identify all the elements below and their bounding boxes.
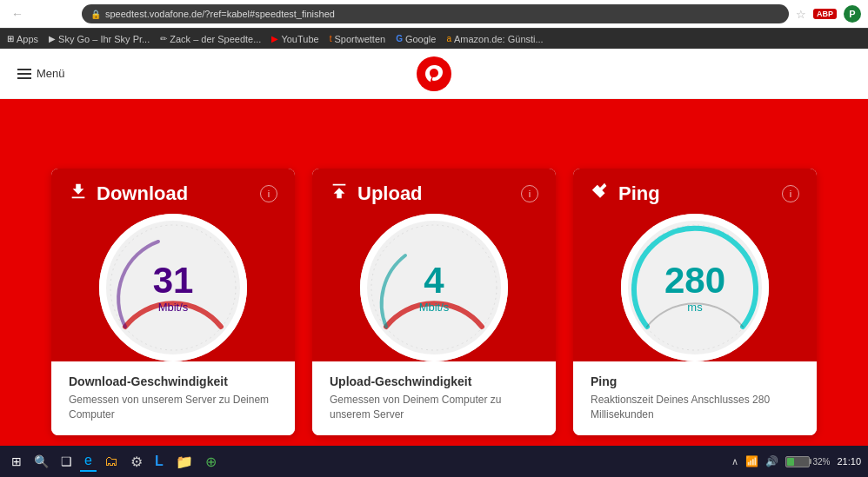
zack-icon: ✏ bbox=[160, 34, 167, 43]
battery-cap bbox=[810, 459, 811, 464]
download-info-button[interactable]: i bbox=[260, 185, 277, 202]
star-icon[interactable]: ☆ bbox=[796, 8, 806, 21]
bookmark-sportwetten[interactable]: t Sportwetten bbox=[330, 34, 385, 44]
download-card: Download i bbox=[51, 169, 295, 435]
sportwetten-icon: t bbox=[330, 34, 332, 43]
upload-label: Upload-Geschwindigkeit bbox=[330, 374, 538, 388]
google-icon: G bbox=[396, 34, 403, 43]
refresh-button[interactable]: ↻ bbox=[56, 5, 75, 23]
edge-taskbar-app[interactable]: e bbox=[80, 451, 97, 472]
taskbar: ⊞ 🔍 ❑ e 🗂 ⚙ L 📁 ⊕ ∧ 📶 🔊 32% 21:10 bbox=[0, 446, 868, 477]
apps-grid-icon: ⊞ bbox=[7, 34, 14, 43]
network-icon: 📶 bbox=[745, 455, 758, 467]
download-unit: Mbit/s bbox=[158, 301, 189, 314]
back-button[interactable]: ← bbox=[7, 5, 28, 23]
ping-card-bottom: Ping Reaktionszeit Deines Anschlusses 28… bbox=[573, 361, 817, 435]
nav-buttons: ← → ↻ bbox=[7, 5, 75, 23]
adblock-badge[interactable]: ABP bbox=[813, 9, 837, 19]
upload-gauge-container: 4 Mbit/s bbox=[312, 205, 556, 361]
upload-card-bottom: Upload-Geschwindigkeit Gemessen von Dein… bbox=[312, 361, 556, 435]
bookmark-google[interactable]: G Google bbox=[396, 34, 436, 44]
ping-unit: ms bbox=[687, 301, 702, 314]
search-button[interactable]: 🔍 bbox=[30, 452, 53, 471]
app-window-taskbar[interactable]: 📁 bbox=[171, 452, 197, 472]
ping-label: Ping bbox=[591, 374, 799, 388]
ping-value: 280 bbox=[664, 262, 725, 299]
hamburger-icon bbox=[17, 69, 31, 79]
address-bar[interactable]: 🔒 speedtest.vodafone.de/?ref=kabel#speed… bbox=[82, 4, 789, 23]
browser-toolbar: ← → ↻ 🔒 speedtest.vodafone.de/?ref=kabel… bbox=[0, 0, 868, 28]
bookmark-youtube[interactable]: ▶ YouTube bbox=[271, 34, 318, 44]
bookmark-apps-label: Apps bbox=[17, 34, 38, 44]
ping-card-top: Ping i bbox=[573, 169, 817, 205]
download-card-top: Download i bbox=[51, 169, 295, 205]
battery-section: 32% bbox=[785, 456, 830, 467]
vf-header: Menü bbox=[0, 49, 868, 99]
browser-actions: ☆ ABP P bbox=[796, 5, 861, 23]
chrome-taskbar-app[interactable]: ⊕ bbox=[201, 452, 221, 472]
battery-fill bbox=[787, 458, 794, 466]
bookmark-skygo-label: Sky Go – Ihr Sky Pr... bbox=[58, 34, 150, 44]
upload-card-top: Upload i bbox=[312, 169, 556, 205]
app-l-taskbar[interactable]: L bbox=[150, 452, 168, 471]
red-banner bbox=[0, 99, 868, 169]
taskbar-right: ∧ 📶 🔊 32% 21:10 bbox=[731, 455, 861, 467]
download-icon bbox=[69, 182, 88, 205]
ping-title: Ping bbox=[618, 182, 660, 205]
sys-tray-expand[interactable]: ∧ bbox=[731, 456, 738, 467]
skygo-icon: ▶ bbox=[49, 34, 56, 43]
download-title: Download bbox=[97, 182, 188, 205]
bookmark-amazon[interactable]: a Amazon.de: Günsti... bbox=[446, 34, 543, 44]
vodafone-page: Menü Download bbox=[0, 49, 868, 446]
download-card-bottom: Download-Geschwindigkeit Gemessen von un… bbox=[51, 361, 295, 435]
forward-button[interactable]: → bbox=[31, 5, 52, 23]
ping-info-button[interactable]: i bbox=[782, 185, 799, 202]
download-title-row: Download bbox=[69, 182, 188, 205]
url-text: speedtest.vodafone.de/?ref=kabel#speedte… bbox=[105, 9, 335, 19]
bookmark-google-label: Google bbox=[405, 34, 436, 44]
upload-desc: Gemessen von Deinem Computer zu unserem … bbox=[330, 393, 538, 422]
upload-unit: Mbit/s bbox=[419, 301, 450, 314]
upload-title-row: Upload bbox=[330, 182, 423, 205]
upload-icon bbox=[330, 182, 349, 205]
file-explorer-taskbar-app[interactable]: 🗂 bbox=[100, 452, 123, 471]
lock-icon: 🔒 bbox=[90, 10, 101, 19]
ping-gauge: 280 ms bbox=[621, 214, 769, 361]
ping-desc: Reaktionszeit Deines Anschlusses 280 Mil… bbox=[591, 393, 799, 422]
download-gauge: 31 Mbit/s bbox=[99, 214, 247, 361]
start-button[interactable]: ⊞ bbox=[7, 452, 26, 471]
upload-value: 4 bbox=[424, 262, 444, 299]
bookmark-apps[interactable]: ⊞ Apps bbox=[7, 34, 38, 44]
task-view-button[interactable]: ❑ bbox=[57, 452, 77, 471]
ping-card: Ping i 280 ms Ping Reaktion bbox=[573, 169, 817, 435]
bookmark-skygo[interactable]: ▶ Sky Go – Ihr Sky Pr... bbox=[49, 34, 150, 44]
youtube-icon: ▶ bbox=[271, 34, 278, 43]
upload-info-button[interactable]: i bbox=[521, 185, 538, 202]
hamburger-menu[interactable]: Menü bbox=[17, 67, 65, 80]
bookmark-youtube-label: YouTube bbox=[281, 34, 318, 44]
browser-chrome: ← → ↻ 🔒 speedtest.vodafone.de/?ref=kabel… bbox=[0, 0, 868, 49]
upload-gauge: 4 Mbit/s bbox=[360, 214, 508, 361]
profile-button[interactable]: P bbox=[844, 5, 861, 23]
bookmark-sportwetten-label: Sportwetten bbox=[334, 34, 385, 44]
settings-taskbar-app[interactable]: ⚙ bbox=[126, 452, 147, 472]
clock: 21:10 bbox=[837, 456, 861, 467]
battery-percent-label: 32% bbox=[812, 457, 830, 467]
menu-label: Menü bbox=[37, 67, 65, 80]
ping-gauge-container: 280 ms bbox=[573, 205, 817, 361]
download-gauge-container: 31 Mbit/s bbox=[51, 205, 295, 361]
download-desc: Gemessen von unserem Server zu Deinem Co… bbox=[69, 393, 277, 422]
ping-title-row: Ping bbox=[591, 182, 660, 205]
vf-logo bbox=[417, 56, 451, 91]
bookmarks-bar: ⊞ Apps ▶ Sky Go – Ihr Sky Pr... ✏ Zack –… bbox=[0, 28, 868, 49]
upload-card: Upload i 4 Mbit/s Upload-Geschwindigkeit bbox=[312, 169, 556, 435]
vodafone-logo-circle bbox=[417, 56, 451, 91]
sound-icon: 🔊 bbox=[765, 455, 778, 467]
bookmark-amazon-label: Amazon.de: Günsti... bbox=[454, 34, 544, 44]
main-content: Download i bbox=[0, 169, 868, 446]
battery-indicator bbox=[785, 456, 810, 467]
download-value: 31 bbox=[153, 262, 194, 299]
amazon-icon: a bbox=[446, 34, 451, 43]
bookmark-zack[interactable]: ✏ Zack – der Speedte... bbox=[160, 34, 261, 44]
upload-title: Upload bbox=[357, 182, 423, 205]
